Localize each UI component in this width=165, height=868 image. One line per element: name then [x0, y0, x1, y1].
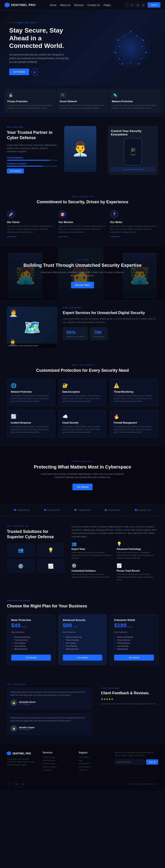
who-cta-button[interactable]: Get Started — [7, 168, 24, 174]
nav-about[interactable]: About Us — [60, 4, 70, 6]
pricing-header: CHOOSE PACKAGE Choose the Right Plan for… — [7, 599, 158, 609]
service-encryption: 🔐 Data Encryption Cras egestas congue fa… — [59, 379, 107, 407]
pricing-tag: CHOOSE PACKAGE — [7, 599, 158, 602]
advanced-period: /month — [72, 626, 78, 628]
advanced-cta-button[interactable]: Get Started — [63, 655, 102, 660]
trusted-icon-1: 👥 — [7, 543, 35, 557]
logos-strip: LogoIpsum LogoIpsum LogoIpsum LogoIpsum … — [0, 504, 165, 516]
vision-title: Our Vision — [7, 221, 55, 223]
footer-service-1[interactable]: Threat Hunting — [43, 756, 72, 758]
footer-logo: SENTINEL PRO — [7, 751, 36, 755]
footer-linkedin-icon[interactable]: in — [21, 782, 26, 787]
logo-dot-2 — [44, 509, 46, 511]
logo-2: LogoIpsum — [44, 509, 60, 511]
nav-contact[interactable]: Contact Us — [88, 4, 100, 6]
footer-logo-icon — [7, 751, 11, 755]
trusted-left: WHY CHOOSE US Trusted Solutions for Supe… — [7, 525, 65, 582]
control-box: Control Your Security Everywhere 📱 Guara… — [108, 126, 158, 175]
person-image: 👨‍💼 — [64, 126, 96, 172]
basic-cta-button[interactable]: Get Started — [11, 655, 51, 660]
pricing-cards: Basic Protection $49 /month Key Features… — [7, 614, 158, 665]
services-header: WHAT WE OFFER Customized Protection for … — [7, 364, 158, 373]
nav-pages[interactable]: Pages — [104, 4, 111, 6]
vision-learn-more[interactable]: Learn More — [7, 236, 16, 238]
logo-text: SENTINEL PRO — [11, 3, 36, 7]
who-tag: WHO WE ARE — [7, 126, 57, 128]
login-button[interactable]: Log In — [147, 2, 160, 7]
footer-services-title: Services — [43, 751, 72, 754]
protecting-desc: Lorem ipsum dolor sit amet, consectetur … — [37, 472, 128, 479]
trusted-tag: WHY CHOOSE US — [7, 525, 65, 527]
trusted-solutions-section: WHY CHOOSE US Trusted Solutions for Supe… — [0, 516, 165, 591]
mission-learn-more[interactable]: Learn More — [59, 236, 68, 238]
cloud-title: Cloud Security — [62, 422, 103, 424]
play-button[interactable]: ▶ — [31, 68, 38, 75]
who-image: 👨‍💼 — [64, 126, 101, 172]
basic-features: ✓Network Monitoring ✓Threat Detection ✓E… — [11, 636, 51, 650]
hero-tag: # A CYBER SECURITY — [9, 22, 73, 24]
linkedin-icon[interactable]: in — [130, 3, 134, 7]
svg-point-0 — [112, 30, 149, 67]
dark-banner-section: 👩‍💻 👨‍💻 👩 OUR TEAM Building Trust Throug… — [0, 247, 165, 300]
footer-support-1[interactable]: Case Studies — [78, 756, 108, 758]
network-title: Secure Network — [60, 100, 105, 103]
footer-support-3[interactable]: Privacy Policy — [78, 763, 108, 765]
firewall-title: Firewall Management — [114, 422, 154, 424]
incident-desc: Cras egestas congue faucibus. Donec elei… — [11, 425, 51, 434]
expert-content: OUR INDUSTRY Expert Services for Unmatch… — [63, 307, 158, 340]
discover-button[interactable]: Discover More — [71, 282, 94, 288]
footer-service-4[interactable]: Network Security — [43, 766, 72, 768]
footer-support-2[interactable]: Blog — [78, 760, 108, 762]
logo-dot-3 — [74, 509, 76, 511]
encryption-title: Data Encryption — [62, 391, 103, 393]
dark-banner-title: Building Trust Through Unmatched Securit… — [7, 263, 158, 268]
facebook-icon[interactable]: f — [125, 3, 129, 7]
reviews-title: Client Feedback & Reviews. — [101, 691, 158, 695]
expert-image: 🗺️ 👩‍💼 👨‍💼 Guarding Your Data, Securing … — [7, 307, 57, 348]
protecting-cta-button[interactable]: Get Started — [72, 484, 92, 490]
trusted-icon-4: 📈 — [37, 559, 65, 573]
mission-desc: Lorem ipsum dolor sit amet, consectetur … — [59, 225, 106, 234]
nav-services[interactable]: Services — [74, 4, 84, 6]
motto-learn-more[interactable]: Learn More — [110, 236, 120, 238]
track-record-title: Proven Track Record — [117, 569, 158, 572]
who-left: WHO WE ARE Your Trusted Partner in Cyber… — [7, 126, 57, 174]
nav-home[interactable]: Home — [50, 4, 56, 6]
malware-title: Malware Protection — [112, 100, 158, 103]
get-started-button[interactable]: Get Started — [9, 68, 29, 75]
hero-content: # A CYBER SECURITY Stay Secure, Stay Ahe… — [9, 22, 73, 75]
feature-network: 🛡 Secure Network Lorem ipsum dolor sit a… — [57, 89, 108, 113]
service-incident: 🔄 Incident Response Cras egestas congue … — [7, 410, 55, 438]
pricing-advanced: Advanced Security $99 /month Key Feature… — [59, 614, 107, 665]
author-2-name: Jennifer Cooper — [19, 726, 35, 728]
newsletter-input[interactable] — [114, 760, 145, 765]
motto-card: 📍 Our Motto Lorem ipsum dolor sit amet, … — [110, 210, 158, 238]
enterprise-cta-button[interactable]: Get Started — [114, 655, 154, 660]
logo-4: LogoIpsum — [105, 509, 121, 511]
stat-success-num: 85% — [66, 330, 84, 335]
footer-twitter-icon[interactable]: tw — [14, 782, 19, 787]
footer-service-2[interactable]: Data Protection — [43, 760, 72, 762]
commitment-title: Commitment to Security, Driven by Experi… — [7, 199, 158, 205]
enterprise-price: $189 — [114, 622, 126, 629]
encryption-icon: 🔐 — [62, 383, 103, 388]
footer-support-5[interactable]: Contact Us — [78, 769, 108, 771]
testimonials-tag: TESTIMONIALS — [7, 683, 158, 685]
newsletter-button[interactable]: Sign Up — [146, 760, 158, 765]
advanced-tech-desc: Lorem ipsum dolor sit amet. Consectetur … — [117, 551, 158, 559]
footer-service-3[interactable]: Cloud Security — [43, 763, 72, 765]
control-title: Control Your Security Everywhere — [111, 129, 155, 136]
youtube-icon[interactable]: yt — [141, 3, 145, 7]
author-2-role: CTO, SecureNet — [19, 728, 35, 730]
trusted-progress: Trusted Defense — [7, 157, 57, 161]
twitter-icon[interactable]: tw — [136, 3, 140, 7]
social-links: f in tw yt — [125, 3, 145, 7]
footer-facebook-icon[interactable]: f — [7, 782, 12, 787]
motto-title: Our Motto — [110, 221, 158, 223]
expert-desc: Lorem ipsum dolor sit amet, consectetur … — [63, 317, 158, 324]
guaranteed-badge: Guaranteed 100% Secure — [111, 167, 155, 172]
basic-period: /month — [21, 626, 26, 628]
footer-support-4[interactable]: Documentation — [78, 766, 108, 768]
footer-service-5[interactable]: Compliance — [43, 769, 72, 771]
stat-projects-num: 79K — [94, 330, 104, 335]
